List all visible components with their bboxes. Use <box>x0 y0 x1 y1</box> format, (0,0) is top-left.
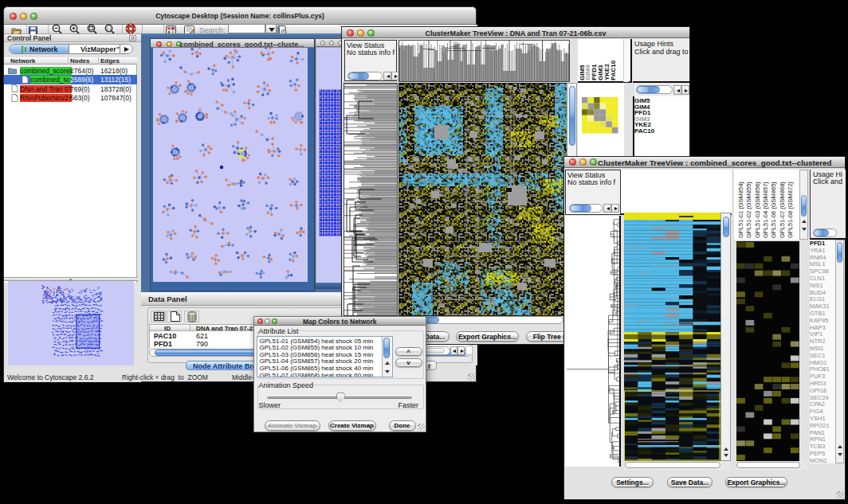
svg-text:1:1: 1:1 <box>106 26 112 31</box>
